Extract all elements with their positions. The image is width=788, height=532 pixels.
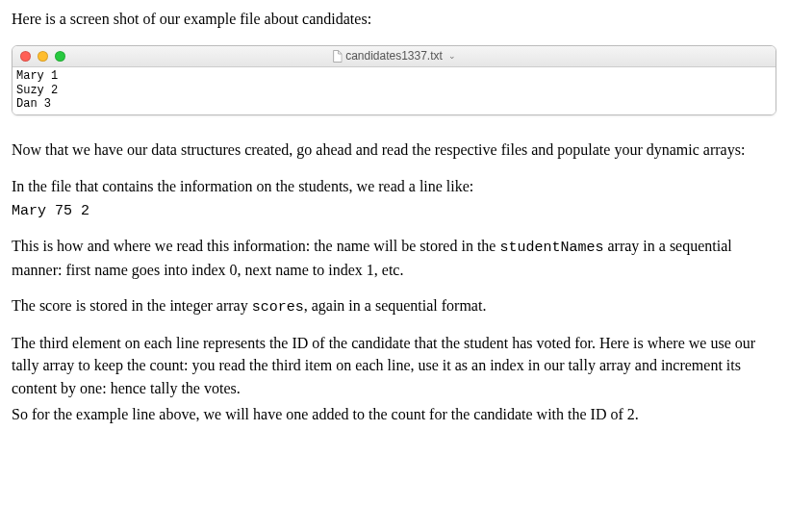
window-titlebar: candidates1337.txt ⌄ <box>13 46 775 67</box>
maximize-icon[interactable] <box>55 51 65 62</box>
window-controls <box>20 51 65 62</box>
text-span: This is how and where we read this infor… <box>12 238 499 254</box>
window-title: candidates1337.txt ⌄ <box>332 48 456 64</box>
body-paragraph: This is how and where we read this infor… <box>12 235 776 281</box>
code-identifier: scores <box>252 299 304 316</box>
body-paragraph: So for the example line above, we will h… <box>12 403 776 425</box>
body-paragraph: In the file that contains the informatio… <box>12 175 776 197</box>
intro-text: Here is a screen shot of our example fil… <box>12 8 776 30</box>
minimize-icon[interactable] <box>38 51 48 62</box>
chevron-down-icon[interactable]: ⌄ <box>448 50 456 63</box>
close-icon[interactable] <box>20 51 31 62</box>
body-paragraph: Now that we have our data structures cre… <box>12 139 776 161</box>
text-editor-window: candidates1337.txt ⌄ Mary 1 Suzy 2 Dan 3 <box>12 45 776 115</box>
body-paragraph: The third element on each line represent… <box>12 332 776 399</box>
file-line: Dan 3 <box>16 97 51 111</box>
editor-content: Mary 1 Suzy 2 Dan 3 <box>13 67 775 114</box>
code-identifier: studentNames <box>499 240 603 256</box>
text-span: , again in a sequential format. <box>304 297 487 314</box>
code-line: Mary 75 2 <box>12 201 776 222</box>
body-paragraph: The score is stored in the integer array… <box>12 294 776 318</box>
file-line: Suzy 2 <box>16 84 58 97</box>
text-span: The score is stored in the integer array <box>12 297 252 314</box>
filename-label: candidates1337.txt <box>345 48 443 64</box>
file-icon <box>332 50 342 63</box>
file-line: Mary 1 <box>16 69 58 83</box>
